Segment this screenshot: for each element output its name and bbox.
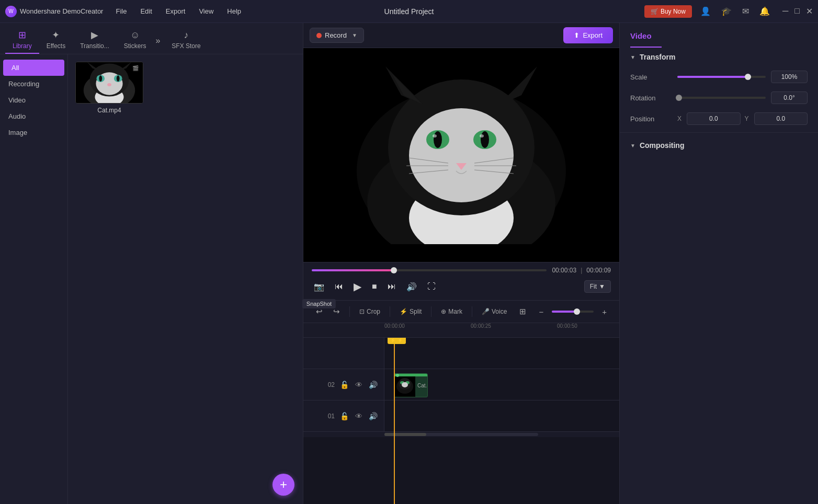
track-row-01: 01 🔓 👁 🔊: [303, 400, 619, 432]
rotation-slider-container: [677, 97, 766, 99]
zoom-in-button[interactable]: +: [598, 305, 611, 318]
timeline-scrollbar[interactable]: [303, 432, 619, 437]
fit-label: Fit: [590, 283, 597, 290]
split-tool[interactable]: ⚡ Split: [395, 306, 426, 317]
more-tabs-button[interactable]: »: [155, 36, 160, 45]
buy-now-button[interactable]: 🛒 Buy Now: [644, 5, 692, 18]
rotation-slider-track[interactable]: [677, 97, 766, 99]
minimize-button[interactable]: ─: [782, 6, 788, 16]
fullscreen-button[interactable]: ⛶: [425, 280, 438, 293]
total-time: 00:00:09: [586, 267, 611, 274]
track-content-02: Cat.m: [384, 369, 619, 400]
notification-icon[interactable]: 🔔: [757, 4, 772, 18]
maximize-button[interactable]: □: [794, 6, 800, 16]
current-time: 00:00:03: [552, 267, 576, 274]
position-inputs: X 0.0 Y 0.0: [677, 112, 808, 125]
tab-sfx[interactable]: ♪ SFX Store: [164, 28, 208, 54]
zoom-slider[interactable]: [552, 311, 594, 313]
playhead[interactable]: ⚡ ⚡: [394, 338, 395, 504]
library-tab-icon: ⊞: [18, 29, 26, 41]
play-button[interactable]: ▶: [351, 278, 363, 295]
track-label-01: 01 🔓 👁 🔊: [303, 400, 384, 431]
empty-track-content: [384, 338, 619, 369]
add-media-button[interactable]: +: [272, 474, 294, 496]
svg-point-25: [433, 134, 437, 138]
transform-title: Transform: [640, 53, 675, 61]
crop-tool[interactable]: ⊡ Crop: [355, 306, 384, 317]
toolbar-separator-2: [390, 306, 390, 317]
sidebar-item-all[interactable]: All: [3, 60, 64, 76]
mail-icon[interactable]: ✉: [740, 4, 751, 18]
menu-edit[interactable]: Edit: [138, 6, 154, 16]
titlebar: W Wondershare DemoCreator File Edit Expo…: [0, 0, 818, 23]
svg-point-26: [480, 134, 484, 138]
file-name: Cat.mp4: [97, 107, 121, 114]
progress-bar-row: 00:00:03 | 00:00:09: [312, 267, 611, 274]
logo-icon: W: [5, 6, 17, 17]
menu-view[interactable]: View: [197, 6, 215, 16]
compositing-collapse-icon: ▼: [630, 143, 635, 148]
sidebar-item-video[interactable]: Video: [0, 92, 67, 108]
svg-point-9: [99, 75, 102, 82]
toolbar-separator-4: [472, 306, 472, 317]
scale-slider-track[interactable]: [677, 76, 766, 78]
volume-button[interactable]: 🔊: [404, 280, 419, 294]
clip-header-stripe: [394, 374, 427, 376]
right-panel: Video ▼ Transform Scale 100% Rotation: [619, 23, 818, 504]
menu-export[interactable]: Export: [164, 6, 188, 16]
step-forward-button[interactable]: ⏭: [385, 280, 398, 293]
stop-button[interactable]: ■: [370, 280, 379, 293]
tab-effects[interactable]: ✦ Effects: [39, 27, 73, 54]
tracks-container: ⚡ ⚡ 02 🔓 👁 🔊: [303, 338, 619, 504]
y-value[interactable]: 0.0: [754, 112, 808, 125]
zoom-out-button[interactable]: −: [535, 305, 548, 318]
account-icon[interactable]: 👤: [698, 4, 713, 18]
voice-label: Voice: [492, 308, 507, 315]
transform-section-header[interactable]: ▼ Transform: [620, 48, 818, 66]
sidebar-item-audio[interactable]: Audio: [0, 108, 67, 124]
sidebar-item-image[interactable]: Image: [0, 124, 67, 141]
toolbar-separator-3: [431, 306, 431, 317]
voice-tool[interactable]: 🎤 Voice: [478, 306, 511, 317]
tab-stickers[interactable]: ☺ Stickers: [117, 28, 154, 54]
track-mute-button-02[interactable]: 🔊: [368, 380, 379, 390]
tab-transitions[interactable]: ▶ Transitio...: [73, 27, 117, 54]
track-visibility-button-02[interactable]: 👁: [354, 380, 363, 390]
tab-library[interactable]: ⊞ Library: [5, 27, 39, 54]
timeline-right-controls: ⊞ − +: [515, 305, 611, 318]
rotation-value[interactable]: 0.0°: [771, 91, 808, 104]
track-lock-button-02[interactable]: 🔓: [339, 380, 350, 390]
svg-point-24: [481, 131, 489, 148]
progress-track[interactable]: [312, 269, 547, 271]
sidebar-item-recording[interactable]: Recording: [0, 76, 67, 92]
compositing-section-header[interactable]: ▼ Compositing: [620, 136, 818, 155]
menu-help[interactable]: Help: [225, 6, 243, 16]
snapshot-button[interactable]: 📷 SnapShot: [312, 280, 326, 294]
center-column: Record ▼ ⬆ Export: [303, 23, 619, 504]
fit-dropdown[interactable]: Fit ▼: [584, 280, 611, 293]
record-button[interactable]: Record ▼: [310, 28, 364, 43]
scrollbar-thumb[interactable]: [384, 433, 426, 436]
file-item-cat[interactable]: 🎬 Cat.mp4: [75, 62, 143, 114]
menu-file[interactable]: File: [113, 6, 129, 16]
rotation-slider-thumb: [676, 95, 682, 101]
export-button[interactable]: ⬆ Export: [563, 27, 613, 43]
track-mute-button-01[interactable]: 🔊: [368, 411, 379, 421]
close-button[interactable]: ✕: [806, 6, 813, 16]
video-clip-cat[interactable]: Cat.m: [394, 373, 428, 397]
fit-timeline-button[interactable]: ⊞: [515, 305, 530, 318]
learn-icon[interactable]: 🎓: [719, 4, 734, 18]
stickers-tab-icon: ☺: [130, 30, 140, 41]
crop-icon: ⊡: [359, 308, 365, 315]
panel-header: Video: [620, 23, 818, 45]
app-name: Wondershare DemoCreator: [20, 7, 103, 15]
track-visibility-button-01[interactable]: 👁: [354, 411, 363, 421]
scale-value[interactable]: 100%: [771, 71, 808, 83]
mark-tool[interactable]: ⊕ Mark: [437, 306, 467, 317]
x-value[interactable]: 0.0: [687, 112, 741, 125]
step-back-button[interactable]: ⏮: [333, 280, 345, 293]
svg-point-11: [107, 83, 111, 86]
snapshot-tooltip: SnapShot: [302, 299, 336, 308]
track-lock-button-01[interactable]: 🔓: [339, 411, 350, 421]
track-content-01: [384, 400, 619, 431]
